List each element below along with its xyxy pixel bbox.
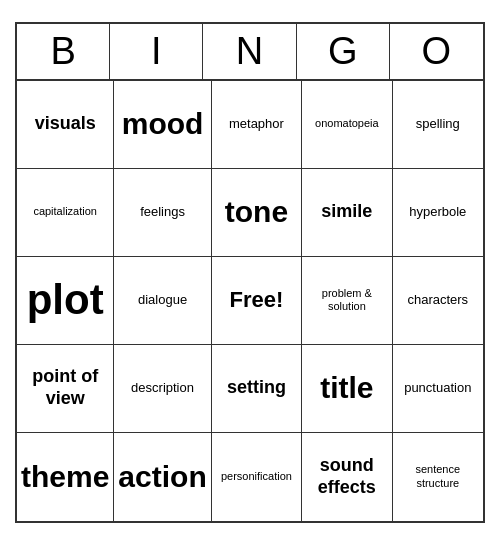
- cell-text-12: Free!: [230, 287, 284, 313]
- cell-text-22: personification: [221, 470, 292, 483]
- bingo-cell-17: setting: [212, 345, 302, 433]
- bingo-cell-8: simile: [302, 169, 392, 257]
- bingo-cell-7: tone: [212, 169, 302, 257]
- bingo-header: BINGO: [17, 24, 483, 81]
- cell-text-13: problem & solution: [306, 287, 387, 313]
- header-letter-b: B: [17, 24, 110, 79]
- cell-text-19: punctuation: [404, 380, 471, 396]
- bingo-cell-22: personification: [212, 433, 302, 521]
- bingo-grid: visualsmoodmetaphoronomatopeiaspellingca…: [17, 81, 483, 521]
- header-letter-o: O: [390, 24, 483, 79]
- bingo-cell-1: mood: [114, 81, 211, 169]
- bingo-cell-0: visuals: [17, 81, 114, 169]
- cell-text-2: metaphor: [229, 116, 284, 132]
- bingo-cell-13: problem & solution: [302, 257, 392, 345]
- cell-text-6: feelings: [140, 204, 185, 220]
- cell-text-24: sentence structure: [397, 463, 479, 489]
- bingo-cell-11: dialogue: [114, 257, 211, 345]
- cell-text-21: action: [118, 459, 206, 495]
- bingo-cell-15: point of view: [17, 345, 114, 433]
- header-letter-g: G: [297, 24, 390, 79]
- cell-text-18: title: [320, 370, 373, 406]
- bingo-cell-16: description: [114, 345, 211, 433]
- bingo-cell-9: hyperbole: [393, 169, 483, 257]
- bingo-cell-5: capitalization: [17, 169, 114, 257]
- cell-text-8: simile: [321, 201, 372, 223]
- bingo-card: BINGO visualsmoodmetaphoronomatopeiaspel…: [15, 22, 485, 523]
- bingo-cell-6: feelings: [114, 169, 211, 257]
- bingo-cell-2: metaphor: [212, 81, 302, 169]
- bingo-cell-19: punctuation: [393, 345, 483, 433]
- bingo-cell-10: plot: [17, 257, 114, 345]
- cell-text-11: dialogue: [138, 292, 187, 308]
- cell-text-1: mood: [122, 106, 204, 142]
- cell-text-17: setting: [227, 377, 286, 399]
- cell-text-9: hyperbole: [409, 204, 466, 220]
- header-letter-i: I: [110, 24, 203, 79]
- header-letter-n: N: [203, 24, 296, 79]
- cell-text-23: sound effects: [306, 455, 387, 498]
- bingo-cell-18: title: [302, 345, 392, 433]
- cell-text-10: plot: [27, 275, 104, 325]
- cell-text-15: point of view: [21, 366, 109, 409]
- bingo-cell-4: spelling: [393, 81, 483, 169]
- bingo-cell-23: sound effects: [302, 433, 392, 521]
- bingo-cell-3: onomatopeia: [302, 81, 392, 169]
- cell-text-0: visuals: [35, 113, 96, 135]
- bingo-cell-12: Free!: [212, 257, 302, 345]
- cell-text-5: capitalization: [33, 205, 97, 218]
- cell-text-4: spelling: [416, 116, 460, 132]
- bingo-cell-21: action: [114, 433, 211, 521]
- cell-text-16: description: [131, 380, 194, 396]
- bingo-cell-14: characters: [393, 257, 483, 345]
- bingo-cell-20: theme: [17, 433, 114, 521]
- bingo-cell-24: sentence structure: [393, 433, 483, 521]
- cell-text-7: tone: [225, 194, 288, 230]
- cell-text-20: theme: [21, 459, 109, 495]
- cell-text-3: onomatopeia: [315, 117, 379, 130]
- cell-text-14: characters: [407, 292, 468, 308]
